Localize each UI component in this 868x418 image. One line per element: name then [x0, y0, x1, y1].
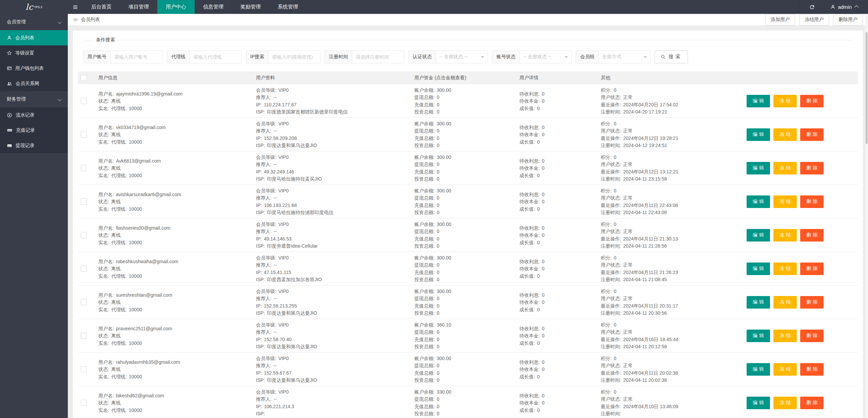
- invest-total[interactable]: 0: [437, 210, 439, 215]
- username-link[interactable]: robeshkushwaha@gmail.com: [116, 259, 178, 264]
- row-checkbox[interactable]: [81, 165, 87, 171]
- withdraw-total[interactable]: 0: [437, 229, 439, 234]
- withdraw-total[interactable]: 0: [437, 128, 439, 133]
- row-checkbox[interactable]: [81, 266, 87, 272]
- freeze-button[interactable]: 冻结: [773, 195, 797, 208]
- edit-button[interactable]: 编辑: [747, 229, 770, 242]
- freeze-button[interactable]: 冻结: [773, 128, 797, 141]
- edit-button[interactable]: 编辑: [747, 162, 770, 174]
- nav-item-projects[interactable]: 项目管理: [120, 0, 157, 14]
- invest-total[interactable]: 0: [437, 109, 439, 114]
- regtime-input[interactable]: [352, 51, 404, 63]
- delete-button[interactable]: 删除: [800, 162, 824, 174]
- row-checkbox[interactable]: [81, 198, 87, 205]
- sidebar-item-level-settings[interactable]: 等级设置: [0, 45, 68, 61]
- edit-button[interactable]: 编辑: [747, 397, 770, 409]
- edit-button[interactable]: 编辑: [747, 363, 770, 376]
- withdraw-total[interactable]: 0: [437, 396, 439, 402]
- freeze-button[interactable]: 冻结: [773, 296, 797, 309]
- member-group-select[interactable]: 全部方式: [599, 51, 650, 63]
- balance-amount[interactable]: 300.00: [437, 356, 451, 361]
- withdraw-total[interactable]: 0: [437, 363, 439, 368]
- sidebar-item-flow-records[interactable]: 流水记录: [0, 107, 68, 123]
- row-checkbox[interactable]: [81, 366, 87, 372]
- sidebar-item-member-list[interactable]: 会员列表: [0, 30, 68, 45]
- invest-total[interactable]: 0: [437, 143, 439, 148]
- nav-item-rewards[interactable]: 奖励管理: [232, 0, 269, 14]
- freeze-user-button[interactable]: 冻结用户: [799, 14, 829, 25]
- delete-user-button[interactable]: 删除用户: [833, 14, 863, 25]
- freeze-button[interactable]: 冻结: [773, 330, 797, 342]
- balance-amount[interactable]: 300.00: [437, 121, 451, 126]
- invest-total[interactable]: 0: [437, 176, 439, 182]
- edit-button[interactable]: 编辑: [747, 95, 770, 107]
- recharge-total[interactable]: 0: [437, 169, 439, 174]
- delete-button[interactable]: 删除: [800, 263, 824, 275]
- freeze-button[interactable]: 冻结: [773, 95, 797, 107]
- delete-button[interactable]: 删除: [800, 330, 824, 342]
- nav-item-info[interactable]: 信息管理: [195, 0, 232, 14]
- nav-item-user-center[interactable]: 用户中心: [157, 0, 195, 14]
- edit-button[interactable]: 编辑: [747, 330, 770, 342]
- balance-amount[interactable]: 300.00: [437, 255, 451, 260]
- delete-button[interactable]: 删除: [800, 363, 824, 376]
- balance-amount[interactable]: 300.00: [437, 188, 451, 193]
- refresh-icon[interactable]: [800, 0, 824, 14]
- withdraw-total[interactable]: 0: [437, 95, 439, 100]
- row-checkbox[interactable]: [81, 98, 87, 104]
- balance-amount[interactable]: 300.00: [437, 222, 451, 227]
- ip-input[interactable]: [269, 51, 320, 63]
- edit-button[interactable]: 编辑: [747, 296, 770, 309]
- edit-button[interactable]: 编辑: [747, 128, 770, 141]
- recharge-total[interactable]: 0: [437, 337, 439, 342]
- nav-item-system[interactable]: 系统管理: [269, 0, 307, 14]
- freeze-button[interactable]: 冻结: [773, 363, 797, 376]
- select-all-checkbox[interactable]: [81, 75, 87, 81]
- sidebar-item-user-wallets[interactable]: 用户钱包列表: [0, 61, 68, 76]
- sidebar-item-member-network[interactable]: 流水记录 会员关系网: [0, 76, 68, 91]
- delete-button[interactable]: 删除: [800, 128, 824, 141]
- balance-amount[interactable]: 300.00: [437, 289, 451, 294]
- delete-button[interactable]: 删除: [800, 95, 824, 107]
- balance-amount[interactable]: 300.00: [437, 154, 451, 160]
- freeze-button[interactable]: 冻结: [773, 229, 797, 242]
- invest-total[interactable]: 0: [437, 277, 439, 282]
- invest-total[interactable]: 0: [437, 344, 439, 349]
- freeze-button[interactable]: 冻结: [773, 397, 797, 409]
- username-link[interactable]: rahulyadavmhb35@gmail.com: [116, 359, 180, 365]
- withdraw-total[interactable]: 0: [437, 195, 439, 201]
- row-checkbox[interactable]: [81, 299, 87, 305]
- username-link[interactable]: ajaymishra1996.19@gmail.com: [116, 91, 182, 97]
- scrollbar-thumb[interactable]: [866, 32, 868, 144]
- scrollbar[interactable]: [865, 14, 868, 418]
- recharge-total[interactable]: 0: [437, 236, 439, 242]
- username-link[interactable]: flashseries00@gmail.com: [116, 225, 171, 231]
- delete-button[interactable]: 删除: [800, 397, 824, 409]
- admin-menu[interactable]: admin: [824, 0, 868, 14]
- recharge-total[interactable]: 0: [437, 370, 439, 376]
- username-link[interactable]: praveenc2511@gmail.com: [116, 326, 172, 331]
- recharge-total[interactable]: 0: [437, 404, 439, 409]
- invest-total[interactable]: 0: [437, 310, 439, 316]
- delete-button[interactable]: 删除: [800, 229, 824, 242]
- account-input[interactable]: [111, 51, 162, 63]
- add-user-button[interactable]: 添加用户: [765, 14, 795, 25]
- agent-input[interactable]: [190, 51, 241, 63]
- freeze-button[interactable]: 冻结: [773, 263, 797, 275]
- balance-amount[interactable]: 330.00: [437, 389, 451, 395]
- withdraw-total[interactable]: 0: [437, 162, 439, 167]
- withdraw-total[interactable]: 0: [437, 329, 439, 335]
- withdraw-total[interactable]: 0: [437, 296, 439, 301]
- username-link[interactable]: sureshreshlan@gmail.com: [116, 292, 172, 298]
- hamburger-icon[interactable]: [68, 0, 83, 14]
- edit-button[interactable]: 编辑: [747, 263, 770, 275]
- recharge-total[interactable]: 0: [437, 102, 439, 107]
- username-link[interactable]: Avk6813@gmail.com: [116, 158, 161, 164]
- withdraw-total[interactable]: 0: [437, 262, 439, 268]
- balance-amount[interactable]: 360.10: [437, 322, 451, 328]
- recharge-total[interactable]: 0: [437, 303, 439, 309]
- account-status-select[interactable]: -- 全部状态 --: [520, 51, 571, 63]
- delete-button[interactable]: 删除: [800, 195, 824, 208]
- nav-item-home[interactable]: 后台首页: [83, 0, 120, 14]
- invest-total[interactable]: 0: [437, 243, 439, 249]
